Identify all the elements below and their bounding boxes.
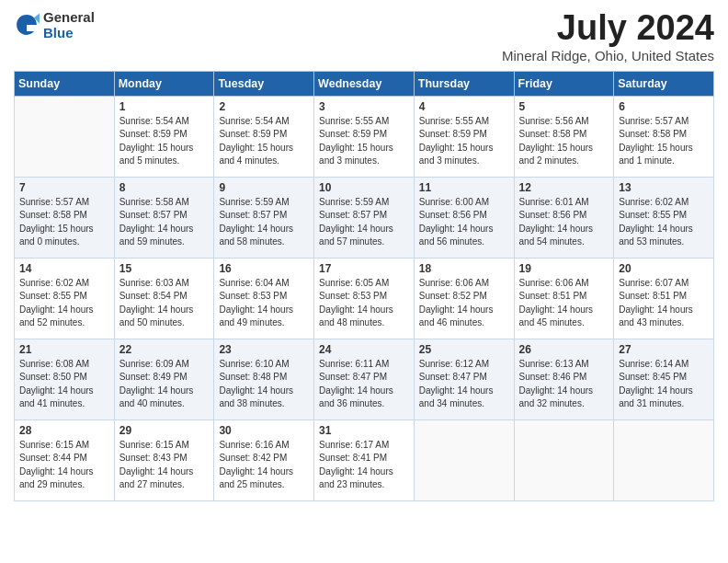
day-number: 17 bbox=[319, 262, 410, 275]
day-cell: 7Sunrise: 5:57 AMSunset: 8:58 PMDaylight… bbox=[15, 177, 115, 258]
col-header-friday: Friday bbox=[514, 71, 614, 96]
day-info: Sunrise: 5:55 AMSunset: 8:59 PMDaylight:… bbox=[419, 115, 510, 168]
day-cell: 5Sunrise: 5:56 AMSunset: 8:58 PMDaylight… bbox=[514, 96, 614, 177]
day-number: 2 bbox=[219, 100, 310, 113]
day-info: Sunrise: 6:01 AMSunset: 8:56 PMDaylight:… bbox=[519, 196, 610, 249]
day-info: Sunrise: 6:08 AMSunset: 8:50 PMDaylight:… bbox=[19, 358, 110, 411]
day-number: 18 bbox=[419, 262, 510, 275]
day-cell: 11Sunrise: 6:00 AMSunset: 8:56 PMDayligh… bbox=[414, 177, 514, 258]
col-header-saturday: Saturday bbox=[614, 71, 714, 96]
day-cell: 25Sunrise: 6:12 AMSunset: 8:47 PMDayligh… bbox=[414, 339, 514, 419]
day-info: Sunrise: 6:13 AMSunset: 8:46 PMDaylight:… bbox=[519, 358, 610, 411]
day-info: Sunrise: 5:58 AMSunset: 8:57 PMDaylight:… bbox=[119, 196, 210, 249]
day-cell: 27Sunrise: 6:14 AMSunset: 8:45 PMDayligh… bbox=[614, 339, 714, 419]
day-number: 14 bbox=[19, 262, 110, 275]
day-number: 15 bbox=[119, 262, 210, 275]
day-info: Sunrise: 6:15 AMSunset: 8:43 PMDaylight:… bbox=[119, 439, 210, 492]
day-cell: 18Sunrise: 6:06 AMSunset: 8:52 PMDayligh… bbox=[414, 258, 514, 339]
logo-icon bbox=[14, 12, 40, 38]
day-number: 31 bbox=[319, 424, 410, 437]
day-cell: 17Sunrise: 6:05 AMSunset: 8:53 PMDayligh… bbox=[314, 258, 415, 339]
day-info: Sunrise: 5:59 AMSunset: 8:57 PMDaylight:… bbox=[219, 196, 310, 249]
day-cell: 14Sunrise: 6:02 AMSunset: 8:55 PMDayligh… bbox=[15, 258, 115, 339]
day-cell bbox=[15, 96, 115, 177]
calendar-table: SundayMondayTuesdayWednesdayThursdayFrid… bbox=[14, 71, 714, 501]
day-cell: 1Sunrise: 5:54 AMSunset: 8:59 PMDaylight… bbox=[114, 96, 214, 177]
day-number: 7 bbox=[19, 181, 110, 194]
day-info: Sunrise: 6:02 AMSunset: 8:55 PMDaylight:… bbox=[619, 196, 710, 249]
day-info: Sunrise: 5:57 AMSunset: 8:58 PMDaylight:… bbox=[19, 196, 110, 249]
day-info: Sunrise: 6:02 AMSunset: 8:55 PMDaylight:… bbox=[19, 277, 110, 330]
day-cell: 10Sunrise: 5:59 AMSunset: 8:57 PMDayligh… bbox=[314, 177, 415, 258]
day-cell bbox=[614, 419, 714, 500]
day-number: 4 bbox=[419, 100, 510, 113]
day-number: 22 bbox=[119, 343, 210, 356]
day-cell: 9Sunrise: 5:59 AMSunset: 8:57 PMDaylight… bbox=[214, 177, 314, 258]
day-cell: 30Sunrise: 6:16 AMSunset: 8:42 PMDayligh… bbox=[214, 419, 314, 500]
day-info: Sunrise: 6:16 AMSunset: 8:42 PMDaylight:… bbox=[219, 439, 310, 492]
day-cell: 24Sunrise: 6:11 AMSunset: 8:47 PMDayligh… bbox=[314, 339, 415, 419]
day-number: 25 bbox=[419, 343, 510, 356]
col-header-tuesday: Tuesday bbox=[214, 71, 314, 96]
day-number: 13 bbox=[619, 181, 710, 194]
day-info: Sunrise: 6:06 AMSunset: 8:52 PMDaylight:… bbox=[419, 277, 510, 330]
day-info: Sunrise: 6:12 AMSunset: 8:47 PMDaylight:… bbox=[419, 358, 510, 411]
day-number: 28 bbox=[19, 424, 110, 437]
week-row-2: 7Sunrise: 5:57 AMSunset: 8:58 PMDaylight… bbox=[15, 177, 714, 258]
col-header-sunday: Sunday bbox=[15, 71, 115, 96]
day-cell: 3Sunrise: 5:55 AMSunset: 8:59 PMDaylight… bbox=[314, 96, 415, 177]
day-cell: 8Sunrise: 5:58 AMSunset: 8:57 PMDaylight… bbox=[114, 177, 214, 258]
logo-general-text: General bbox=[43, 9, 95, 25]
page-header: General Blue July 2024 Mineral Ridge, Oh… bbox=[14, 9, 714, 63]
logo: General Blue bbox=[14, 9, 95, 40]
day-number: 12 bbox=[519, 181, 610, 194]
day-info: Sunrise: 5:57 AMSunset: 8:58 PMDaylight:… bbox=[619, 115, 710, 168]
day-info: Sunrise: 6:00 AMSunset: 8:56 PMDaylight:… bbox=[419, 196, 510, 249]
col-header-monday: Monday bbox=[114, 71, 214, 96]
day-cell: 28Sunrise: 6:15 AMSunset: 8:44 PMDayligh… bbox=[15, 419, 115, 500]
day-info: Sunrise: 6:03 AMSunset: 8:54 PMDaylight:… bbox=[119, 277, 210, 330]
day-info: Sunrise: 6:11 AMSunset: 8:47 PMDaylight:… bbox=[319, 358, 410, 411]
day-number: 27 bbox=[619, 343, 710, 356]
day-number: 19 bbox=[519, 262, 610, 275]
day-number: 29 bbox=[119, 424, 210, 437]
day-number: 30 bbox=[219, 424, 310, 437]
day-cell bbox=[414, 419, 514, 500]
day-cell: 2Sunrise: 5:54 AMSunset: 8:59 PMDaylight… bbox=[214, 96, 314, 177]
day-info: Sunrise: 6:10 AMSunset: 8:48 PMDaylight:… bbox=[219, 358, 310, 411]
day-number: 10 bbox=[319, 181, 410, 194]
logo-blue-text: Blue bbox=[43, 25, 95, 40]
day-cell: 19Sunrise: 6:06 AMSunset: 8:51 PMDayligh… bbox=[514, 258, 614, 339]
day-info: Sunrise: 6:14 AMSunset: 8:45 PMDaylight:… bbox=[619, 358, 710, 411]
day-info: Sunrise: 6:17 AMSunset: 8:41 PMDaylight:… bbox=[319, 439, 410, 492]
day-number: 26 bbox=[519, 343, 610, 356]
header-row: SundayMondayTuesdayWednesdayThursdayFrid… bbox=[15, 71, 714, 96]
col-header-thursday: Thursday bbox=[414, 71, 514, 96]
col-header-wednesday: Wednesday bbox=[314, 71, 415, 96]
location-text: Mineral Ridge, Ohio, United States bbox=[502, 48, 714, 63]
day-number: 3 bbox=[319, 100, 410, 113]
day-info: Sunrise: 6:07 AMSunset: 8:51 PMDaylight:… bbox=[619, 277, 710, 330]
title-block: July 2024 Mineral Ridge, Ohio, United St… bbox=[502, 9, 714, 63]
day-info: Sunrise: 6:06 AMSunset: 8:51 PMDaylight:… bbox=[519, 277, 610, 330]
week-row-5: 28Sunrise: 6:15 AMSunset: 8:44 PMDayligh… bbox=[15, 419, 714, 500]
day-cell: 22Sunrise: 6:09 AMSunset: 8:49 PMDayligh… bbox=[114, 339, 214, 419]
day-cell: 26Sunrise: 6:13 AMSunset: 8:46 PMDayligh… bbox=[514, 339, 614, 419]
day-cell: 6Sunrise: 5:57 AMSunset: 8:58 PMDaylight… bbox=[614, 96, 714, 177]
day-info: Sunrise: 5:54 AMSunset: 8:59 PMDaylight:… bbox=[119, 115, 210, 168]
day-cell: 13Sunrise: 6:02 AMSunset: 8:55 PMDayligh… bbox=[614, 177, 714, 258]
week-row-4: 21Sunrise: 6:08 AMSunset: 8:50 PMDayligh… bbox=[15, 339, 714, 419]
day-info: Sunrise: 5:54 AMSunset: 8:59 PMDaylight:… bbox=[219, 115, 310, 168]
day-number: 11 bbox=[419, 181, 510, 194]
day-info: Sunrise: 6:04 AMSunset: 8:53 PMDaylight:… bbox=[219, 277, 310, 330]
day-info: Sunrise: 5:56 AMSunset: 8:58 PMDaylight:… bbox=[519, 115, 610, 168]
month-title: July 2024 bbox=[502, 9, 714, 48]
day-number: 20 bbox=[619, 262, 710, 275]
day-cell bbox=[514, 419, 614, 500]
day-cell: 23Sunrise: 6:10 AMSunset: 8:48 PMDayligh… bbox=[214, 339, 314, 419]
day-cell: 29Sunrise: 6:15 AMSunset: 8:43 PMDayligh… bbox=[114, 419, 214, 500]
day-cell: 16Sunrise: 6:04 AMSunset: 8:53 PMDayligh… bbox=[214, 258, 314, 339]
day-cell: 20Sunrise: 6:07 AMSunset: 8:51 PMDayligh… bbox=[614, 258, 714, 339]
day-info: Sunrise: 6:05 AMSunset: 8:53 PMDaylight:… bbox=[319, 277, 410, 330]
day-number: 24 bbox=[319, 343, 410, 356]
